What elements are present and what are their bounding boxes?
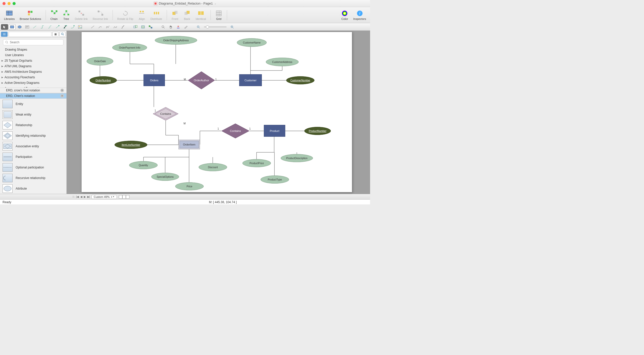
attribute-orderpayment[interactable]: OrderPayment Info: [112, 43, 147, 52]
attribute-customernum[interactable]: CustomerNumber: [286, 76, 314, 84]
rect-tool[interactable]: [9, 24, 16, 30]
entity-orders[interactable]: Orders: [144, 74, 165, 86]
group-tool-1[interactable]: [132, 24, 139, 30]
shape-palette[interactable]: EntityWeak entityRelationshipIdentifying…: [0, 99, 66, 194]
library-item[interactable]: ▶ATM UML Diagrams: [0, 63, 66, 69]
shape-palette-item[interactable]: Relationship: [0, 120, 66, 130]
entity-customer[interactable]: Customer: [239, 74, 262, 86]
weak-entity-orderitem[interactable]: OrderItem: [178, 140, 200, 149]
canvas-area[interactable]: OrdersCustomerProductOrderItemOrderAutho…: [67, 31, 370, 194]
library-item[interactable]: ▶Aerospace and Transport: [0, 86, 66, 88]
toolbar-libraries[interactable]: Libraries: [2, 9, 17, 21]
group-tool-3[interactable]: [147, 24, 154, 30]
line-tool-2[interactable]: [97, 24, 104, 30]
toolbar-grid[interactable]: Grid: [213, 9, 224, 21]
text-tool[interactable]: [24, 24, 31, 30]
attribute-ordernumber[interactable]: OrderNumber: [90, 76, 117, 84]
entity-product[interactable]: Product: [264, 125, 285, 137]
maximize-window-button[interactable]: [13, 2, 16, 5]
attribute-productdesc[interactable]: ProductDescription: [281, 154, 313, 162]
attribute-price[interactable]: Price: [175, 182, 204, 190]
connector-tool-1[interactable]: [31, 24, 38, 30]
library-list[interactable]: Drawing ShapesUser Libraries▶25 Typical …: [0, 47, 66, 88]
ellipse-tool[interactable]: [16, 24, 23, 30]
toolbar-browse-solutions[interactable]: Browse Solutions: [18, 9, 43, 21]
cardinality-label: M: [184, 78, 186, 81]
attribute-customername[interactable]: CustomerName: [237, 38, 267, 47]
line-tool-5[interactable]: [119, 24, 126, 30]
zoom-in-button[interactable]: [229, 24, 236, 30]
chevron-down-icon[interactable]: ⌄: [214, 2, 216, 5]
svg-rect-13: [67, 14, 69, 15]
relationship-contains1[interactable]: Contains: [153, 107, 178, 121]
attribute-quantity[interactable]: Quantity: [129, 161, 158, 169]
connector-tool-2[interactable]: [39, 24, 46, 30]
zoom-tool[interactable]: [160, 24, 167, 30]
attribute-customeraddr[interactable]: CustomerAddress: [266, 58, 299, 66]
attribute-specialopt[interactable]: SpecialOptions: [151, 173, 179, 181]
connector-tool-6[interactable]: [69, 24, 76, 30]
library-tab[interactable]: ERD, Chen's notation✕: [0, 93, 66, 99]
attribute-ordership[interactable]: OrderShippingAddress: [155, 36, 197, 45]
stamp-tool[interactable]: [175, 24, 182, 30]
toolbar-chain[interactable]: Chain: [48, 9, 60, 21]
attribute-productprice[interactable]: ProductPrice: [242, 159, 271, 167]
connector-tool-3[interactable]: [46, 24, 53, 30]
search-field[interactable]: [3, 39, 63, 45]
zoom-selector[interactable]: Custom 49%▲▼: [91, 195, 117, 199]
connector-tool-4[interactable]: [54, 24, 61, 30]
attribute-itemline[interactable]: ItemLineNumber: [115, 141, 147, 149]
library-item[interactable]: User Libraries: [0, 52, 66, 58]
page-nav-buttons[interactable]: |◀◀▶▶|: [76, 195, 90, 198]
shape-palette-item[interactable]: Optional participation: [0, 162, 66, 173]
group-tool-2[interactable]: [139, 24, 147, 30]
close-window-button[interactable]: [3, 2, 6, 5]
toolbar-tree[interactable]: Tree: [61, 9, 72, 21]
shape-palette-item[interactable]: Associative entity: [0, 141, 66, 152]
shape-palette-item[interactable]: Recursive relationship: [0, 173, 66, 183]
shape-palette-item[interactable]: Identifying relationship: [0, 130, 66, 141]
shape-palette-item[interactable]: Entity: [0, 99, 66, 109]
grid-view-button[interactable]: ▦: [52, 32, 58, 37]
search-input[interactable]: [10, 41, 61, 44]
search-icon: [5, 41, 8, 44]
connector-tool-5[interactable]: [61, 24, 68, 30]
toolbar-inspectors[interactable]: iInspectors: [351, 9, 368, 21]
zoom-out-button[interactable]: [195, 24, 202, 30]
library-item[interactable]: ▶Accounting Flowcharts: [0, 75, 66, 80]
canvas-page[interactable]: OrdersCustomerProductOrderItemOrderAutho…: [81, 32, 352, 192]
search-view-button[interactable]: [59, 32, 65, 37]
attribute-orderdate[interactable]: OrderDate: [87, 57, 113, 65]
line-tool-1[interactable]: [89, 24, 96, 30]
shape-palette-item[interactable]: Weak entity: [0, 109, 66, 120]
hand-tool[interactable]: [167, 24, 174, 30]
line-tool-3[interactable]: [104, 24, 111, 30]
close-tab-icon[interactable]: ✕: [60, 94, 64, 98]
sidebar-toggle-icon[interactable]: [1, 32, 8, 37]
shape-palette-item[interactable]: Participation: [0, 152, 66, 162]
main-toolbar: LibrariesBrowse SolutionsChainTreeDelete…: [0, 7, 370, 23]
attribute-discount[interactable]: Discount: [199, 163, 227, 171]
attribute-producttype[interactable]: ProductType: [261, 175, 289, 184]
relationship-orderauthor[interactable]: OrderAuthor: [188, 71, 215, 89]
library-tab[interactable]: ERD, crow's foot notation✕: [0, 88, 66, 93]
page-strip[interactable]: [119, 195, 129, 199]
zoom-slider[interactable]: [204, 26, 227, 27]
toolbar-color[interactable]: Color: [339, 9, 350, 21]
shape-palette-item[interactable]: Attribute: [0, 183, 66, 194]
line-tool-4[interactable]: [112, 24, 119, 30]
library-item[interactable]: Drawing Shapes: [0, 47, 66, 52]
minimize-window-button[interactable]: [8, 2, 11, 5]
insert-image-tool[interactable]: [77, 24, 84, 30]
splitter-handle[interactable]: ⁞⁞: [73, 195, 75, 198]
library-item[interactable]: ▶Active Directory Diagrams: [0, 80, 66, 86]
library-item[interactable]: ▶25 Typical Orgcharts: [0, 58, 66, 63]
relationship-contains2[interactable]: Contains: [221, 123, 249, 138]
pencil-tool[interactable]: [182, 24, 189, 30]
attribute-productnum[interactable]: ProductNumber: [304, 127, 331, 135]
library-item[interactable]: ▶AWS Architecture Diagrams: [0, 69, 66, 75]
pointer-tool[interactable]: [1, 24, 8, 30]
close-tab-icon[interactable]: ✕: [60, 89, 64, 92]
sidebar-filter-input[interactable]: [9, 32, 51, 37]
svg-line-14: [64, 12, 66, 14]
